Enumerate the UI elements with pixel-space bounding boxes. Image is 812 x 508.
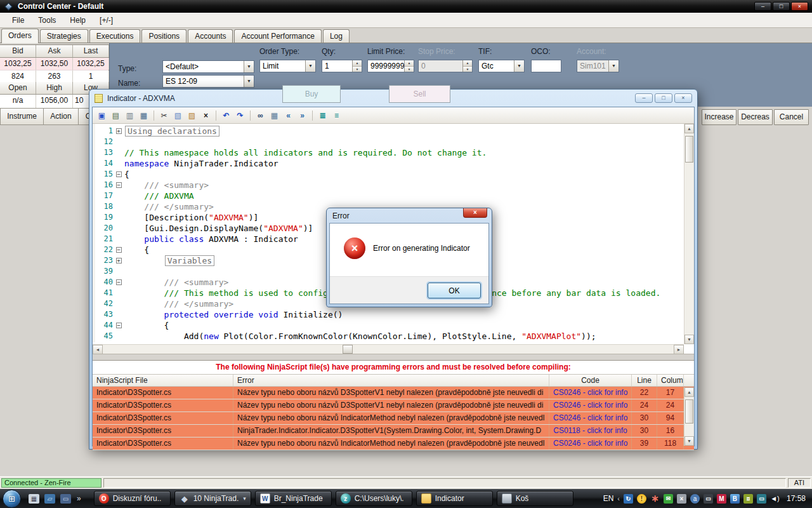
limit-price-stepper[interactable]: 9999999999 ▲▼: [367, 60, 414, 72]
scroll-up-icon[interactable]: ▲: [684, 124, 694, 133]
spin-up-icon[interactable]: ▲: [405, 60, 414, 67]
collapse-region-icon[interactable]: −: [116, 182, 122, 188]
code-line[interactable]: 1+Using declarations: [95, 126, 684, 137]
menu-item[interactable]: Tools: [31, 14, 63, 27]
code-text[interactable]: {: [124, 169, 684, 180]
horizontal-scrollbar[interactable]: ◄ ►: [93, 344, 684, 354]
code-text[interactable]: // This namespace holds all indicators a…: [124, 147, 684, 158]
column-header[interactable]: Code: [549, 375, 632, 386]
splitter[interactable]: [93, 354, 694, 360]
column-header[interactable]: NinjaScript File: [93, 375, 233, 386]
instrument-select[interactable]: ES 12-09 ▼: [162, 75, 254, 88]
network-icon[interactable]: ▭: [757, 494, 766, 504]
code-text[interactable]: protected override void Initialize(): [124, 309, 684, 320]
vertical-scrollbar[interactable]: ▲ ▼: [684, 124, 694, 344]
code-text[interactable]: Add(new Plot(Color.FromKnownColor(KnownC…: [124, 331, 684, 342]
code-line[interactable]: 15−{: [95, 169, 684, 180]
taskbar-button-recycle-bin[interactable]: Koš: [497, 491, 573, 506]
switch-windows-icon[interactable]: ▱: [44, 494, 55, 504]
device-icon[interactable]: ¤: [743, 494, 753, 504]
code-line[interactable]: 12: [95, 137, 684, 147]
chevron-down-icon[interactable]: ▼: [514, 60, 524, 72]
error-row[interactable]: Indicator\D3Spotter.cs Název typu nebo o…: [93, 412, 694, 425]
comment-icon[interactable]: ≣: [317, 110, 328, 121]
chevron-down-icon[interactable]: ▼: [244, 61, 254, 72]
oco-field[interactable]: [531, 60, 561, 72]
maximize-button[interactable]: □: [773, 2, 790, 11]
code-text[interactable]: /// <summary>: [124, 180, 684, 190]
collapse-region-icon[interactable]: −: [116, 279, 122, 285]
taskbar-button-indicator-folder[interactable]: Indicator: [416, 491, 493, 506]
collapse-region-icon[interactable]: −: [116, 247, 122, 253]
close-button[interactable]: ×: [791, 2, 808, 11]
error-code-link[interactable]: CS0246 - click for info: [549, 412, 632, 424]
maximize-button[interactable]: □: [655, 93, 672, 103]
code-line[interactable]: 43 protected override void Initialize(): [95, 309, 684, 320]
collapsed-region-box[interactable]: Using declarations: [125, 126, 219, 137]
code-line[interactable]: 45 Add(new Plot(Color.FromKnownColor(Kno…: [95, 331, 684, 342]
table-scrollbar[interactable]: ▲ ▼: [684, 387, 694, 446]
minimize-button[interactable]: –: [635, 93, 653, 103]
column-header[interactable]: Error: [233, 375, 549, 386]
collapse-region-icon[interactable]: −: [116, 171, 122, 177]
code-text[interactable]: {: [124, 320, 684, 331]
tab-orders[interactable]: Orders: [1, 29, 39, 43]
error-row[interactable]: Indicator\D3Spotter.cs Název typu nebo o…: [93, 399, 694, 412]
order-action-button[interactable]: Decreas: [738, 109, 773, 125]
outdent-icon[interactable]: «: [283, 110, 294, 121]
error-code-link[interactable]: CS0246 - click for info: [549, 387, 632, 399]
print-icon[interactable]: ▤: [110, 110, 121, 121]
collapse-region-icon[interactable]: −: [116, 323, 122, 328]
letter-b-icon[interactable]: B: [730, 494, 740, 504]
buy-button[interactable]: Buy: [282, 85, 341, 103]
taskbar-button-ninjatrader[interactable]: ◆ 10 NinjaTrad... ▾: [174, 491, 251, 506]
chevron-down-icon[interactable]: ▼: [305, 60, 315, 72]
type-select[interactable]: <Default> ▼: [162, 60, 254, 73]
toolbar-separator[interactable]: [312, 110, 313, 121]
code-line[interactable]: 16− /// <summary>: [95, 180, 684, 190]
quantity-stepper[interactable]: 1 ▲▼: [322, 60, 362, 72]
taskbar-button-opera[interactable]: O Diskuzní fóru...: [94, 491, 171, 506]
language-indicator[interactable]: EN: [603, 494, 614, 503]
spin-down-icon[interactable]: ▼: [353, 67, 362, 72]
grid-header-cell[interactable]: Bid: [0, 45, 36, 57]
show-desktop-icon[interactable]: ▭: [60, 494, 71, 504]
redo-icon[interactable]: ↷: [235, 110, 246, 121]
find-icon[interactable]: ∞: [255, 110, 266, 121]
orders-header-cell[interactable]: Action: [44, 108, 79, 125]
quick-launch-more-icon[interactable]: »: [77, 494, 81, 503]
alert-icon[interactable]: !: [637, 494, 646, 504]
spinner-arrows[interactable]: ▲▼: [352, 60, 362, 72]
tab-log[interactable]: Log: [323, 29, 350, 43]
flower-icon[interactable]: ∗: [650, 494, 660, 504]
paste-icon[interactable]: ▨: [187, 110, 197, 121]
expand-region-icon[interactable]: +: [116, 258, 122, 264]
spin-up-icon[interactable]: ▲: [353, 60, 362, 67]
ok-button[interactable]: OK: [428, 283, 481, 298]
close-x-icon[interactable]: ×: [677, 494, 686, 504]
column-header[interactable]: Column: [657, 375, 684, 386]
orders-header-cell[interactable]: Instrume: [0, 108, 44, 125]
taskbar-clock[interactable]: 17:58: [787, 494, 806, 503]
letter-a-icon[interactable]: a: [690, 494, 700, 504]
scroll-up-icon[interactable]: ▲: [684, 387, 694, 397]
tab-strategies[interactable]: Strategies: [40, 29, 88, 43]
toolbar-separator[interactable]: [250, 110, 251, 121]
column-header[interactable]: Line: [632, 375, 657, 386]
sync-icon[interactable]: ↻: [624, 494, 633, 504]
code-line[interactable]: 14namespace NinjaTrader.Indicator: [95, 158, 684, 169]
tray-expand-icon[interactable]: ‹: [617, 495, 620, 502]
toolbar-separator[interactable]: [154, 110, 154, 121]
special-grid-icon[interactable]: ▦: [269, 110, 280, 121]
code-text[interactable]: namespace NinjaTrader.Indicator: [124, 158, 684, 169]
error-row[interactable]: Indicator\D3Spotter.cs Název typu nebo o…: [93, 438, 694, 450]
letter-m-icon[interactable]: M: [717, 494, 726, 504]
tab-positions[interactable]: Positions: [141, 29, 187, 43]
print-preview-icon[interactable]: ▥: [124, 110, 135, 121]
toolbar-separator[interactable]: [216, 110, 216, 121]
dialog-titlebar[interactable]: Error ×: [327, 208, 492, 223]
spinner-arrows[interactable]: ▲▼: [404, 60, 414, 72]
menu-item[interactable]: [+/-]: [93, 14, 120, 27]
display-icon[interactable]: ▦: [138, 110, 149, 121]
tab-accounts[interactable]: Accounts: [188, 29, 233, 43]
